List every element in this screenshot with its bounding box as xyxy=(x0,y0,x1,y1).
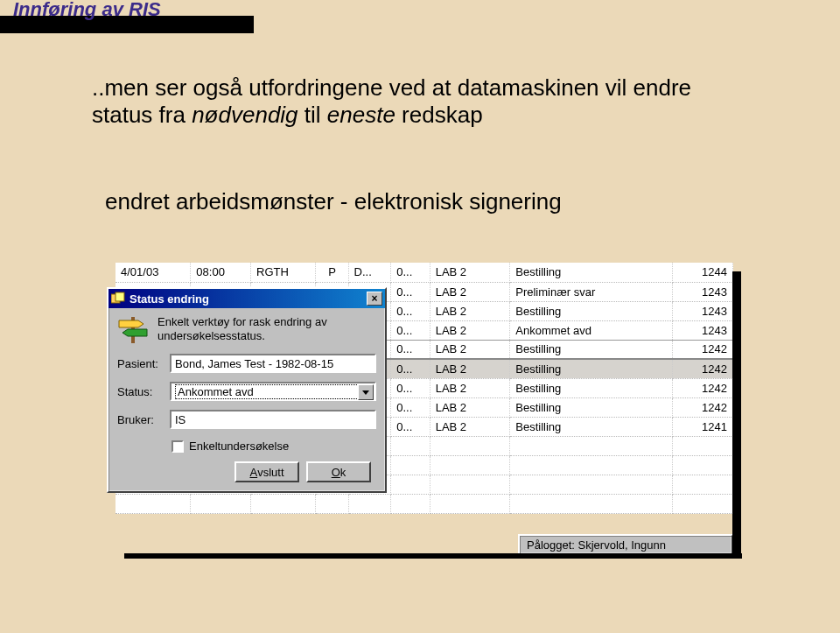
cell: Bestilling xyxy=(510,378,673,397)
cell: LAB 2 xyxy=(430,359,510,378)
cell: LAB 2 xyxy=(430,397,510,417)
ok-button[interactable]: Ok xyxy=(306,461,371,482)
cell: LAB 2 xyxy=(430,378,510,397)
cell: Preliminær svar xyxy=(510,282,673,301)
checkbox-label: Enkeltundersøkelse xyxy=(189,440,289,453)
cell: 1244 xyxy=(673,263,733,282)
label-status: Status: xyxy=(117,385,170,398)
cell: P xyxy=(316,263,348,282)
cell: LAB 2 xyxy=(430,301,510,320)
cell: 0... xyxy=(391,282,430,301)
signpost-icon xyxy=(117,313,149,345)
cell: 08:00 xyxy=(191,263,251,282)
cell: 1242 xyxy=(673,378,733,397)
dialog-titlebar[interactable]: Status endring × xyxy=(108,289,385,308)
cell: 1242 xyxy=(673,340,733,359)
pasient-field[interactable]: Bond, James Test - 1982-08-15 xyxy=(170,354,376,373)
shadow xyxy=(732,271,741,555)
cell: Bestilling xyxy=(510,359,673,378)
cell: Bestilling xyxy=(510,397,673,417)
avslutt-button[interactable]: Avslutt xyxy=(234,461,299,482)
label-bruker: Bruker: xyxy=(117,413,170,426)
slide-paragraph-2: endret arbeidsmønster - elektronisk sign… xyxy=(105,188,752,215)
svg-marker-3 xyxy=(119,320,144,327)
sign-icon xyxy=(111,292,125,306)
svg-rect-1 xyxy=(116,292,124,301)
cell: D... xyxy=(348,263,391,282)
dialog-title: Status endring xyxy=(130,292,209,306)
cell: Bestilling xyxy=(510,263,673,282)
cell: 4/01/03 xyxy=(116,263,191,282)
close-button[interactable]: × xyxy=(367,292,382,306)
cell: RGTH xyxy=(251,263,316,282)
app-screenshot: 4/01/0308:00RGTHPD...0...LAB 2Bestilling… xyxy=(116,263,733,555)
svg-marker-4 xyxy=(122,329,147,336)
statusbar: Pålogget: Skjervold, Ingunn xyxy=(518,534,733,555)
cell: Bestilling xyxy=(510,340,673,359)
cell: 1243 xyxy=(673,282,733,301)
cell: 1241 xyxy=(673,417,733,436)
table-row xyxy=(116,494,733,513)
cell: 0... xyxy=(391,320,430,340)
shadow xyxy=(124,553,742,559)
status-dropdown[interactable]: Ankommet avd xyxy=(170,382,376,401)
dialog-hint: Enkelt verktøy for rask endring av under… xyxy=(158,313,376,344)
cell: 0... xyxy=(391,340,430,359)
cell: 1243 xyxy=(673,301,733,320)
bruker-field[interactable]: IS xyxy=(170,410,376,429)
cell: 1242 xyxy=(673,397,733,417)
cell: 0... xyxy=(391,378,430,397)
status-change-dialog: Status endring × Enkelt verktøy for rask… xyxy=(107,287,387,493)
cell: 0... xyxy=(391,359,430,378)
cell: LAB 2 xyxy=(430,282,510,301)
cell: LAB 2 xyxy=(430,263,510,282)
table-row[interactable]: 4/01/0308:00RGTHPD...0...LAB 2Bestilling… xyxy=(116,263,733,282)
cell: LAB 2 xyxy=(430,320,510,340)
slide-header: Innføring av RIS xyxy=(13,0,161,21)
cell: Bestilling xyxy=(510,417,673,436)
cell: 1243 xyxy=(673,320,733,340)
chevron-down-icon[interactable] xyxy=(358,384,374,400)
cell: 0... xyxy=(391,301,430,320)
cell: 0... xyxy=(391,263,430,282)
cell: LAB 2 xyxy=(430,340,510,359)
cell: Bestilling xyxy=(510,301,673,320)
cell: LAB 2 xyxy=(430,417,510,436)
enkeltundersokelse-checkbox[interactable] xyxy=(172,440,184,453)
cell: Ankommet avd xyxy=(510,320,673,340)
cell: 0... xyxy=(391,417,430,436)
cell: 0... xyxy=(391,397,430,417)
cell: 1242 xyxy=(673,359,733,378)
slide-paragraph-1: ..men ser også utfordringene ved at data… xyxy=(92,74,757,129)
label-pasient: Pasient: xyxy=(117,357,170,370)
